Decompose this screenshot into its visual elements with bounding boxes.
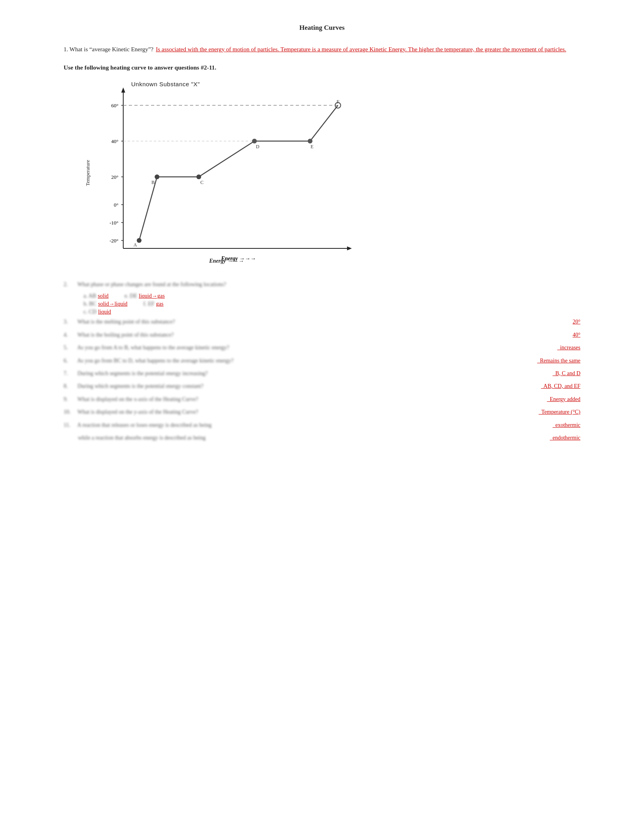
q2-sub-row1: a. AB solid e. DE liquid→gas — [83, 293, 580, 299]
graph-instruction: Use the following heating curve to answe… — [64, 64, 580, 71]
question-11a: 11. A reaction that releases or loses en… — [64, 421, 580, 430]
question-7: 7. During which segments is the potentia… — [64, 369, 580, 378]
heating-curve-graph: Unknown Substance "X" Temperature Energy… — [87, 77, 366, 268]
svg-text:F: F — [336, 99, 339, 105]
question-3: 3. What is the melting point of this sub… — [64, 318, 580, 326]
svg-text:E: E — [310, 144, 313, 149]
svg-point-23 — [137, 238, 142, 243]
q2-num: 2. — [64, 280, 75, 289]
q10-text: What is displayed on the y-axis of the H… — [75, 408, 537, 416]
q9-num: 9. — [64, 395, 75, 404]
q8-text: During which segments is the potential e… — [75, 382, 539, 391]
q4-text: What is the boiling point of this substa… — [75, 331, 571, 339]
q11b-answer: endothermic — [550, 434, 580, 442]
question-4: 4. What is the boiling point of this sub… — [64, 331, 580, 339]
q7-num: 7. — [64, 369, 75, 378]
q5-num: 5. — [64, 343, 75, 352]
q2-sub-row2: b. BC solid→liquid f. EF gas — [83, 301, 580, 307]
q11-num: 11. — [64, 421, 75, 430]
svg-line-18 — [139, 177, 157, 240]
svg-line-20 — [199, 141, 254, 177]
svg-text:A: A — [134, 242, 137, 248]
q5-answer: increases — [557, 343, 580, 352]
svg-text:20°: 20° — [111, 174, 118, 180]
svg-text:Energy  →→→: Energy →→→ — [221, 256, 256, 262]
svg-marker-3 — [347, 246, 352, 250]
q6-text: As you go from BC to D, what happens to … — [75, 356, 535, 365]
q6-num: 6. — [64, 356, 75, 365]
q9-text: What is displayed on the x-axis of the H… — [75, 395, 545, 404]
q2-sub-e: e. DE liquid→gas — [124, 293, 165, 299]
svg-line-22 — [310, 105, 338, 141]
q10-num: 10. — [64, 408, 75, 416]
q10-answer: Temperature (°C) — [539, 408, 580, 416]
svg-point-25 — [196, 174, 201, 179]
svg-text:60°: 60° — [111, 103, 118, 108]
question-1-block: 1. What is “average Kinetic Energy”? Is … — [64, 46, 580, 53]
q11b-text: while a reaction that absorbs energy is … — [78, 434, 548, 442]
q11a-text: A reaction that releases or loses energy… — [75, 421, 551, 430]
svg-text:D: D — [256, 144, 260, 149]
svg-text:B: B — [151, 180, 155, 185]
question-6: 6. As you go from BC to D, what happens … — [64, 356, 580, 365]
svg-text:-20°: -20° — [109, 238, 118, 244]
q7-text: During which segments is the potential e… — [75, 369, 551, 378]
q11a-answer: exothermic — [553, 421, 580, 430]
question-8: 8. During which segments is the potentia… — [64, 382, 580, 391]
q6-answer: Remains the same — [537, 356, 580, 365]
q2-sub-b: b. BC solid→liquid — [83, 301, 128, 307]
svg-point-27 — [308, 139, 312, 143]
svg-text:0°: 0° — [114, 202, 118, 208]
q1-answer: Is associated with the energy of motion … — [156, 46, 566, 53]
svg-point-26 — [252, 139, 257, 143]
q8-num: 8. — [64, 382, 75, 391]
q1-line: 1. What is “average Kinetic Energy”? Is … — [64, 46, 580, 53]
svg-text:C: C — [200, 180, 204, 185]
q2-sub-a: a. AB solid — [83, 293, 109, 299]
q1-label: 1. What is “average Kinetic Energy”? — [64, 46, 153, 53]
question-10: 10. What is displayed on the y-axis of t… — [64, 408, 580, 416]
q7-answer: B, C and D — [553, 369, 580, 378]
q9-answer: Energy added — [547, 395, 580, 404]
q4-num: 4. — [64, 331, 75, 339]
page-title: Heating Curves — [64, 24, 580, 32]
svg-point-24 — [155, 174, 159, 179]
svg-text:-10°: -10° — [109, 220, 118, 226]
question-5: 5. As you go from A to B, what happens t… — [64, 343, 580, 352]
question-11b: while a reaction that absorbs energy is … — [78, 434, 580, 442]
q2-text: What phase or phase changes are found at… — [75, 280, 580, 289]
q5-text: As you go from A to B, what happens to t… — [75, 343, 556, 352]
questions-section: 2. What phase or phase changes are found… — [64, 280, 580, 442]
svg-text:40°: 40° — [111, 138, 118, 144]
q3-answer: 20° — [572, 318, 580, 326]
q2-sub-f: f. EF gas — [144, 301, 164, 307]
q3-num: 3. — [64, 318, 75, 326]
question-2: 2. What phase or phase changes are found… — [64, 280, 580, 289]
q2-sub-row3: c. CD liquid — [83, 309, 580, 315]
q4-answer: 40° — [572, 331, 580, 339]
graph-svg: 60° 40° 20° 0° -10° -20° — [87, 77, 366, 268]
svg-marker-2 — [121, 87, 125, 93]
q2-sub-c: c. CD liquid — [83, 309, 111, 315]
q3-text: What is the melting point of this substa… — [75, 318, 571, 326]
question-9: 9. What is displayed on the x-axis of th… — [64, 395, 580, 404]
q8-answer: AB, CD, and EF — [541, 382, 580, 391]
